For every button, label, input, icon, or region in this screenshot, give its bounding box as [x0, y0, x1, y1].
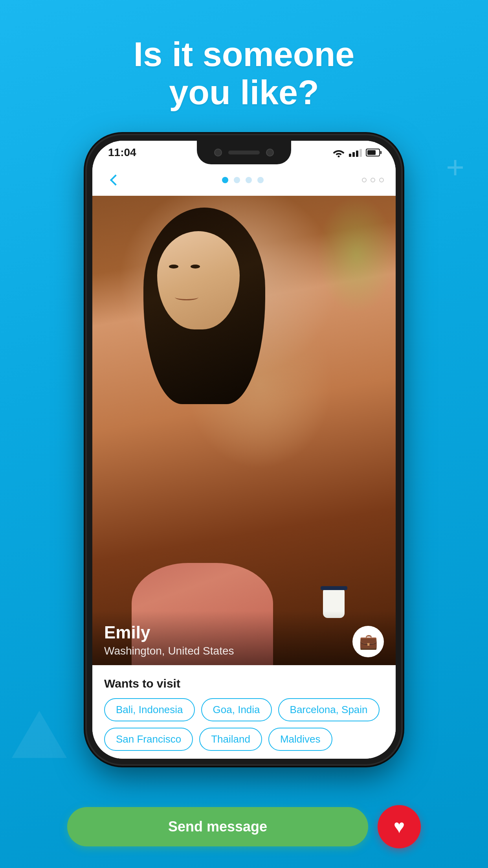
wifi-icon	[332, 148, 345, 157]
svg-point-0	[338, 155, 340, 157]
destination-tags: Bali, Indonesia Goa, India Barcelona, Sp…	[104, 698, 384, 751]
app-header	[92, 164, 396, 196]
status-icons	[332, 148, 380, 157]
signal-icon	[349, 148, 362, 157]
more-dot-3	[379, 178, 384, 182]
more-dot-2	[371, 178, 375, 182]
heart-icon: ♥	[394, 817, 405, 836]
profile-info: Emily Washington, United States	[104, 623, 234, 657]
notch-camera	[214, 149, 222, 156]
profile-details: Wants to visit Bali, Indonesia Goa, Indi…	[92, 665, 396, 759]
send-message-button[interactable]: Send message	[67, 807, 368, 846]
phone-notch	[197, 141, 291, 164]
page-dot-2	[234, 177, 240, 183]
phone-screen: 11:04	[92, 141, 396, 759]
bg-decoration-triangle	[12, 711, 67, 758]
tag-san-francisco: San Francisco	[104, 728, 193, 751]
page-dot-1	[222, 177, 228, 183]
notch-camera-2	[266, 149, 274, 156]
travel-badge: 💼	[352, 626, 384, 657]
page-dot-3	[246, 177, 252, 183]
back-chevron-icon	[110, 174, 121, 185]
phone-mockup: 11:04	[87, 135, 401, 764]
more-options[interactable]	[362, 178, 384, 182]
headline-line2: you like?	[169, 73, 319, 112]
notch-speaker	[228, 151, 260, 154]
more-dot-1	[362, 178, 367, 182]
wants-to-visit-label: Wants to visit	[104, 677, 384, 690]
page-indicator	[222, 177, 264, 183]
tag-goa: Goa, India	[201, 698, 272, 721]
tag-barcelona: Barcelona, Spain	[278, 698, 380, 721]
battery-fill	[367, 150, 376, 155]
profile-name: Emily	[104, 623, 234, 642]
phone-frame: 11:04	[87, 135, 401, 764]
headline: Is it someone you like?	[102, 35, 386, 112]
profile-location: Washington, United States	[104, 645, 234, 657]
battery-icon	[366, 149, 380, 156]
headline-line1: Is it someone	[134, 35, 354, 74]
profile-overlay: Emily Washington, United States 💼	[92, 611, 396, 665]
tag-maldives: Maldives	[268, 728, 332, 751]
tag-bali: Bali, Indonesia	[104, 698, 195, 721]
tag-thailand: Thailand	[199, 728, 262, 751]
profile-image-container: Emily Washington, United States 💼	[92, 196, 396, 665]
action-bar: Send message ♥	[67, 805, 421, 848]
suitcase-icon: 💼	[359, 633, 378, 650]
page-dot-4	[257, 177, 264, 183]
profile-photo	[92, 196, 396, 665]
status-time: 11:04	[108, 146, 136, 159]
like-button[interactable]: ♥	[378, 805, 421, 848]
back-button[interactable]	[104, 170, 124, 190]
bg-decoration-plus: +	[446, 149, 464, 186]
